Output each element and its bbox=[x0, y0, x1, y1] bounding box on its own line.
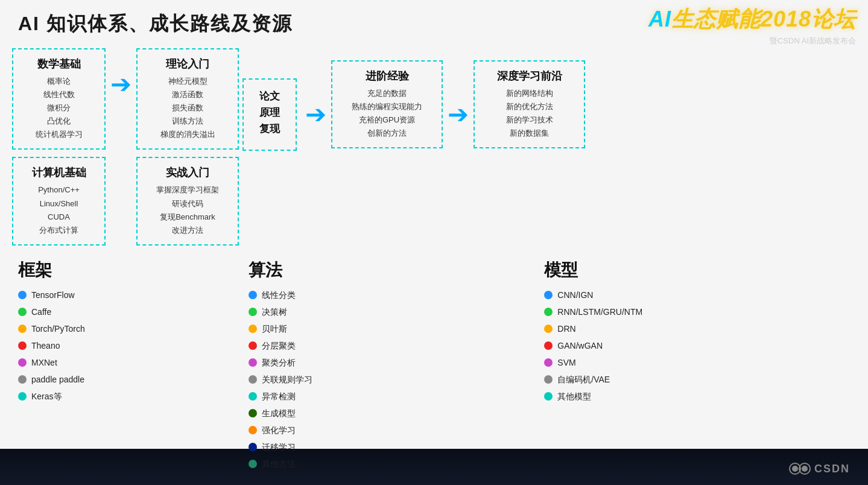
cs-title: 计算机基础 bbox=[23, 165, 95, 180]
color-dot bbox=[544, 392, 553, 401]
legend-label: Caffe bbox=[31, 303, 51, 320]
list-item: 熟练的编程实现能力 bbox=[342, 100, 432, 113]
paper-box: 论文原理复现 bbox=[242, 78, 297, 151]
legend-item: Caffe bbox=[18, 303, 236, 320]
arrow1: ➔ bbox=[106, 69, 136, 99]
legend-item: 分层聚类 bbox=[249, 337, 532, 354]
legend-item: Theano bbox=[18, 337, 236, 354]
color-dot bbox=[249, 325, 257, 333]
legend-label: CNN/IGN bbox=[557, 287, 593, 303]
legend-label: 强化学习 bbox=[262, 422, 296, 439]
theory-box: 理论入门 神经元模型激活函数损失函数训练方法梯度的消失溢出 bbox=[136, 48, 239, 150]
legend-item: 其他方法 bbox=[249, 455, 532, 472]
color-dot bbox=[18, 341, 27, 350]
frontier-title: 深度学习前沿 bbox=[484, 69, 574, 83]
models-list: CNN/IGNRNN/LSTM/GRU/NTMDRNGAN/wGANSVM自编码… bbox=[544, 287, 850, 405]
legend-label: 自编码机/VAE bbox=[557, 371, 610, 388]
list-item: Python/C++ bbox=[23, 183, 95, 197]
algorithms-list: 线性分类决策树贝叶斯分层聚类聚类分析关联规则学习异常检测生成模型强化学习迁移学习… bbox=[249, 287, 532, 472]
list-item: 分布式计算 bbox=[23, 224, 95, 237]
legend-label: SVM bbox=[557, 354, 575, 371]
color-dot bbox=[249, 341, 257, 350]
color-dot bbox=[544, 291, 553, 299]
list-item: 创新的方法 bbox=[342, 127, 432, 140]
legend-item: RNN/LSTM/GRU/NTM bbox=[544, 303, 850, 320]
paper-title: 论文原理复现 bbox=[255, 88, 285, 138]
legend-item: MXNet bbox=[18, 354, 236, 371]
frontier-items: 新的网络结构新的优化方法新的学习技术新的数据集 bbox=[484, 87, 574, 140]
advanced-items: 充足的数据熟练的编程实现能力充裕的GPU资源创新的方法 bbox=[342, 87, 432, 140]
color-dot bbox=[249, 426, 257, 434]
frameworks-col: 框架 TensorFlowCaffeTorch/PyTorchTheanoMXN… bbox=[12, 259, 242, 472]
legend-label: Keras等 bbox=[31, 388, 62, 405]
algorithms-title: 算法 bbox=[249, 259, 532, 282]
csdn-logo: CSDN bbox=[789, 460, 850, 478]
math-items: 概率论线性代数微积分凸优化统计机器学习 bbox=[23, 75, 95, 141]
list-item: 掌握深度学习框架 bbox=[147, 183, 228, 197]
color-dot bbox=[249, 358, 257, 367]
page-title: AI 知识体系、成长路线及资源 bbox=[18, 11, 293, 37]
list-item: Linux/Shell bbox=[23, 197, 95, 211]
legend-item: 贝叶斯 bbox=[249, 320, 532, 337]
paper-section: 论文原理复现 bbox=[242, 66, 297, 151]
svg-point-3 bbox=[802, 466, 808, 472]
practice-title: 实战入门 bbox=[147, 165, 228, 180]
frontier-box: 深度学习前沿 新的网络结构新的优化方法新的学习技术新的数据集 bbox=[474, 60, 585, 148]
legend-item: TensorFlow bbox=[18, 287, 236, 303]
advanced-section: 进阶经验 充足的数据熟练的编程实现能力充裕的GPU资源创新的方法 bbox=[331, 54, 443, 148]
legend-label: 线性分类 bbox=[262, 287, 296, 303]
legend-item: 强化学习 bbox=[249, 422, 532, 439]
legend-label: paddle paddle bbox=[31, 371, 84, 388]
color-dot bbox=[249, 308, 257, 316]
legend-label: 聚类分析 bbox=[262, 354, 296, 371]
color-dot bbox=[18, 375, 27, 384]
legend-item: 自编码机/VAE bbox=[544, 371, 850, 388]
cs-foundation-box: 计算机基础 Python/C++Linux/ShellCUDA分布式计算 bbox=[12, 157, 106, 245]
col1-boxes: 数学基础 概率论线性代数微积分凸优化统计机器学习 计算机基础 Python/C+… bbox=[12, 48, 106, 246]
math-title: 数学基础 bbox=[23, 57, 95, 71]
models-title: 模型 bbox=[544, 259, 850, 282]
list-item: 微积分 bbox=[23, 101, 95, 115]
flow-diagram: 数学基础 概率论线性代数微积分凸优化统计机器学习 计算机基础 Python/C+… bbox=[12, 48, 856, 246]
color-dot bbox=[544, 325, 553, 333]
color-dot bbox=[18, 358, 27, 367]
legend-item: Torch/PyTorch bbox=[18, 320, 236, 337]
list-item: CUDA bbox=[23, 211, 95, 224]
list-item: 充足的数据 bbox=[342, 87, 432, 100]
legend-label: 决策树 bbox=[262, 303, 287, 320]
legend-item: paddle paddle bbox=[18, 371, 236, 388]
arrow3: ➔ bbox=[443, 100, 474, 129]
legend-label: DRN bbox=[557, 320, 575, 337]
legend-label: Theano bbox=[31, 337, 60, 354]
legend-label: Torch/PyTorch bbox=[31, 320, 85, 337]
color-dot bbox=[544, 358, 553, 367]
legend-item: GAN/wGAN bbox=[544, 337, 850, 354]
legend-label: 贝叶斯 bbox=[262, 320, 287, 337]
list-item: 研读代码 bbox=[147, 197, 228, 211]
list-item: 复现Benchmark bbox=[147, 211, 228, 224]
bottom-section: 框架 TensorFlowCaffeTorch/PyTorchTheanoMXN… bbox=[12, 259, 856, 472]
algorithms-col: 算法 线性分类决策树贝叶斯分层聚类聚类分析关联规则学习异常检测生成模型强化学习迁… bbox=[242, 259, 538, 472]
list-item: 新的优化方法 bbox=[484, 100, 574, 113]
logo-title: AI生态赋能2018论坛 bbox=[648, 5, 856, 34]
legend-item: 其他模型 bbox=[544, 388, 850, 405]
arrow2: ➔ bbox=[300, 100, 331, 129]
logo-ai: AI bbox=[648, 7, 671, 31]
legend-label: 其他模型 bbox=[557, 388, 591, 405]
color-dot bbox=[18, 325, 27, 333]
color-dot bbox=[249, 443, 257, 451]
math-foundation-box: 数学基础 概率论线性代数微积分凸优化统计机器学习 bbox=[12, 48, 106, 150]
legend-label: RNN/LSTM/GRU/NTM bbox=[557, 303, 642, 320]
col2-boxes: 理论入门 神经元模型激活函数损失函数训练方法梯度的消失溢出 实战入门 掌握深度学… bbox=[136, 48, 239, 246]
csdn-svg-icon bbox=[789, 460, 811, 478]
legend-item: 异常检测 bbox=[249, 388, 532, 405]
color-dot bbox=[544, 375, 553, 384]
svg-point-1 bbox=[792, 466, 798, 472]
color-dot bbox=[18, 291, 27, 299]
legend-item: 线性分类 bbox=[249, 287, 532, 303]
legend-item: 聚类分析 bbox=[249, 354, 532, 371]
theory-title: 理论入门 bbox=[147, 57, 228, 71]
list-item: 充裕的GPU资源 bbox=[342, 113, 432, 127]
frameworks-title: 框架 bbox=[18, 259, 236, 282]
practice-box: 实战入门 掌握深度学习框架研读代码复现Benchmark改进方法 bbox=[136, 157, 239, 245]
